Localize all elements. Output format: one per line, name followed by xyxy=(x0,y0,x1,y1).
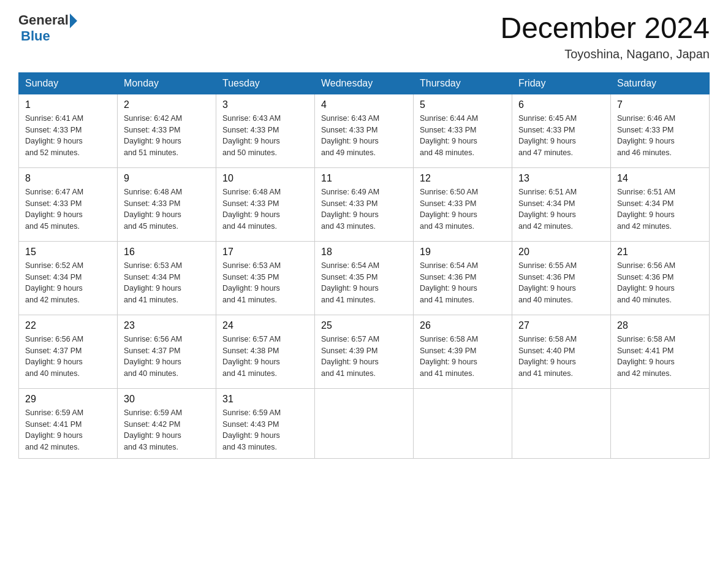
day-number: 29 xyxy=(25,394,111,405)
calendar-cell: 20Sunrise: 6:55 AMSunset: 4:36 PMDayligh… xyxy=(512,241,611,315)
day-number: 4 xyxy=(321,99,407,110)
calendar-week-row: 15Sunrise: 6:52 AMSunset: 4:34 PMDayligh… xyxy=(19,241,710,315)
calendar-cell: 23Sunrise: 6:56 AMSunset: 4:37 PMDayligh… xyxy=(118,315,216,388)
day-info: Sunrise: 6:58 AMSunset: 4:40 PMDaylight:… xyxy=(518,334,604,380)
col-header-monday: Monday xyxy=(118,72,216,94)
calendar-cell: 22Sunrise: 6:56 AMSunset: 4:37 PMDayligh… xyxy=(19,315,118,388)
day-info: Sunrise: 6:56 AMSunset: 4:36 PMDaylight:… xyxy=(617,260,703,306)
calendar-cell: 2Sunrise: 6:42 AMSunset: 4:33 PMDaylight… xyxy=(118,94,216,167)
calendar-week-row: 1Sunrise: 6:41 AMSunset: 4:33 PMDaylight… xyxy=(19,94,710,167)
day-number: 10 xyxy=(222,173,308,184)
calendar-cell: 29Sunrise: 6:59 AMSunset: 4:41 PMDayligh… xyxy=(19,388,118,458)
calendar-cell: 19Sunrise: 6:54 AMSunset: 4:36 PMDayligh… xyxy=(414,241,512,315)
day-info: Sunrise: 6:48 AMSunset: 4:33 PMDaylight:… xyxy=(124,186,210,232)
logo-arrow-icon xyxy=(70,13,77,28)
calendar-cell: 7Sunrise: 6:46 AMSunset: 4:33 PMDaylight… xyxy=(611,94,710,167)
calendar-cell: 1Sunrise: 6:41 AMSunset: 4:33 PMDaylight… xyxy=(19,94,118,167)
calendar-cell: 10Sunrise: 6:48 AMSunset: 4:33 PMDayligh… xyxy=(216,167,315,241)
calendar-cell: 13Sunrise: 6:51 AMSunset: 4:34 PMDayligh… xyxy=(512,167,611,241)
col-header-thursday: Thursday xyxy=(414,72,512,94)
col-header-friday: Friday xyxy=(512,72,611,94)
day-number: 2 xyxy=(124,99,210,110)
day-number: 27 xyxy=(518,320,604,331)
day-number: 18 xyxy=(321,247,407,258)
day-info: Sunrise: 6:48 AMSunset: 4:33 PMDaylight:… xyxy=(222,186,308,232)
day-number: 8 xyxy=(25,173,111,184)
day-info: Sunrise: 6:56 AMSunset: 4:37 PMDaylight:… xyxy=(25,334,111,380)
day-info: Sunrise: 6:55 AMSunset: 4:36 PMDaylight:… xyxy=(518,260,604,306)
calendar-week-row: 22Sunrise: 6:56 AMSunset: 4:37 PMDayligh… xyxy=(19,315,710,388)
day-info: Sunrise: 6:43 AMSunset: 4:33 PMDaylight:… xyxy=(222,113,308,159)
col-header-tuesday: Tuesday xyxy=(216,72,315,94)
calendar-cell: 12Sunrise: 6:50 AMSunset: 4:33 PMDayligh… xyxy=(414,167,512,241)
calendar-cell xyxy=(315,388,414,458)
day-info: Sunrise: 6:57 AMSunset: 4:39 PMDaylight:… xyxy=(321,334,407,380)
day-info: Sunrise: 6:42 AMSunset: 4:33 PMDaylight:… xyxy=(124,113,210,159)
day-info: Sunrise: 6:56 AMSunset: 4:37 PMDaylight:… xyxy=(124,334,210,380)
col-header-wednesday: Wednesday xyxy=(315,72,414,94)
calendar-cell: 30Sunrise: 6:59 AMSunset: 4:42 PMDayligh… xyxy=(118,388,216,458)
day-info: Sunrise: 6:59 AMSunset: 4:42 PMDaylight:… xyxy=(124,407,210,453)
calendar-cell: 4Sunrise: 6:43 AMSunset: 4:33 PMDaylight… xyxy=(315,94,414,167)
day-info: Sunrise: 6:49 AMSunset: 4:33 PMDaylight:… xyxy=(321,186,407,232)
day-number: 26 xyxy=(420,320,506,331)
day-info: Sunrise: 6:54 AMSunset: 4:35 PMDaylight:… xyxy=(321,260,407,306)
day-number: 31 xyxy=(222,394,308,405)
day-info: Sunrise: 6:44 AMSunset: 4:33 PMDaylight:… xyxy=(420,113,506,159)
calendar-cell: 18Sunrise: 6:54 AMSunset: 4:35 PMDayligh… xyxy=(315,241,414,315)
day-number: 24 xyxy=(222,320,308,331)
day-number: 20 xyxy=(518,247,604,258)
day-number: 12 xyxy=(420,173,506,184)
calendar-cell: 17Sunrise: 6:53 AMSunset: 4:35 PMDayligh… xyxy=(216,241,315,315)
day-info: Sunrise: 6:58 AMSunset: 4:41 PMDaylight:… xyxy=(617,334,703,380)
calendar-cell: 8Sunrise: 6:47 AMSunset: 4:33 PMDaylight… xyxy=(19,167,118,241)
calendar-week-row: 8Sunrise: 6:47 AMSunset: 4:33 PMDaylight… xyxy=(19,167,710,241)
day-number: 30 xyxy=(124,394,210,405)
day-number: 22 xyxy=(25,320,111,331)
page-header: General Blue December 2024 Toyoshina, Na… xyxy=(18,12,710,61)
day-info: Sunrise: 6:46 AMSunset: 4:33 PMDaylight:… xyxy=(617,113,703,159)
day-number: 25 xyxy=(321,320,407,331)
day-number: 11 xyxy=(321,173,407,184)
day-info: Sunrise: 6:50 AMSunset: 4:33 PMDaylight:… xyxy=(420,186,506,232)
day-number: 3 xyxy=(222,99,308,110)
day-info: Sunrise: 6:52 AMSunset: 4:34 PMDaylight:… xyxy=(25,260,111,306)
logo-general-text: General xyxy=(18,12,69,28)
calendar-cell: 5Sunrise: 6:44 AMSunset: 4:33 PMDaylight… xyxy=(414,94,512,167)
month-title: December 2024 xyxy=(500,12,710,45)
calendar-cell: 3Sunrise: 6:43 AMSunset: 4:33 PMDaylight… xyxy=(216,94,315,167)
title-block: December 2024 Toyoshina, Nagano, Japan xyxy=(500,12,710,61)
location: Toyoshina, Nagano, Japan xyxy=(500,47,710,61)
calendar-header-row: SundayMondayTuesdayWednesdayThursdayFrid… xyxy=(19,72,710,94)
day-number: 21 xyxy=(617,247,703,258)
day-number: 13 xyxy=(518,173,604,184)
col-header-sunday: Sunday xyxy=(19,72,118,94)
day-info: Sunrise: 6:59 AMSunset: 4:43 PMDaylight:… xyxy=(222,407,308,453)
calendar-cell: 15Sunrise: 6:52 AMSunset: 4:34 PMDayligh… xyxy=(19,241,118,315)
day-number: 28 xyxy=(617,320,703,331)
day-info: Sunrise: 6:53 AMSunset: 4:35 PMDaylight:… xyxy=(222,260,308,306)
day-number: 6 xyxy=(518,99,604,110)
calendar-week-row: 29Sunrise: 6:59 AMSunset: 4:41 PMDayligh… xyxy=(19,388,710,458)
day-info: Sunrise: 6:43 AMSunset: 4:33 PMDaylight:… xyxy=(321,113,407,159)
logo-blue-text: Blue xyxy=(21,28,50,44)
calendar-cell: 16Sunrise: 6:53 AMSunset: 4:34 PMDayligh… xyxy=(118,241,216,315)
calendar-cell: 21Sunrise: 6:56 AMSunset: 4:36 PMDayligh… xyxy=(611,241,710,315)
calendar-table: SundayMondayTuesdayWednesdayThursdayFrid… xyxy=(18,72,710,459)
day-info: Sunrise: 6:45 AMSunset: 4:33 PMDaylight:… xyxy=(518,113,604,159)
col-header-saturday: Saturday xyxy=(611,72,710,94)
calendar-cell: 14Sunrise: 6:51 AMSunset: 4:34 PMDayligh… xyxy=(611,167,710,241)
calendar-cell: 25Sunrise: 6:57 AMSunset: 4:39 PMDayligh… xyxy=(315,315,414,388)
calendar-cell: 24Sunrise: 6:57 AMSunset: 4:38 PMDayligh… xyxy=(216,315,315,388)
calendar-cell: 28Sunrise: 6:58 AMSunset: 4:41 PMDayligh… xyxy=(611,315,710,388)
calendar-cell: 9Sunrise: 6:48 AMSunset: 4:33 PMDaylight… xyxy=(118,167,216,241)
day-number: 5 xyxy=(420,99,506,110)
day-info: Sunrise: 6:41 AMSunset: 4:33 PMDaylight:… xyxy=(25,113,111,159)
calendar-cell: 26Sunrise: 6:58 AMSunset: 4:39 PMDayligh… xyxy=(414,315,512,388)
day-info: Sunrise: 6:58 AMSunset: 4:39 PMDaylight:… xyxy=(420,334,506,380)
day-number: 14 xyxy=(617,173,703,184)
day-info: Sunrise: 6:53 AMSunset: 4:34 PMDaylight:… xyxy=(124,260,210,306)
logo: General Blue xyxy=(18,12,77,44)
day-number: 17 xyxy=(222,247,308,258)
day-info: Sunrise: 6:54 AMSunset: 4:36 PMDaylight:… xyxy=(420,260,506,306)
